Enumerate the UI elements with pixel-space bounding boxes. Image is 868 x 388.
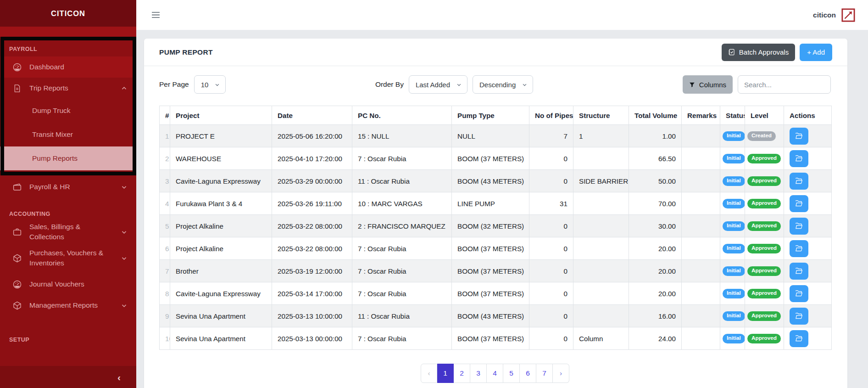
cell-status: Initial — [720, 282, 745, 305]
batch-approvals-button[interactable]: Batch Approvals — [722, 44, 795, 61]
sidebar-item-payroll-hr[interactable]: Payroll & HR — [0, 176, 136, 197]
open-report-button[interactable] — [790, 150, 808, 167]
folder-open-icon — [795, 290, 803, 297]
pagination-page-2[interactable]: 2 — [454, 364, 470, 383]
open-report-button[interactable] — [790, 285, 808, 302]
sidebar-item-dump-truck[interactable]: Dump Truck — [0, 99, 136, 123]
sidebar-item-transit-mixer[interactable]: Transit Mixer — [0, 123, 136, 146]
cell-level: Approved — [745, 170, 784, 192]
level-badge: Approved — [747, 154, 781, 163]
cell-status: Initial — [720, 237, 745, 260]
sidebar-item-label: Journal Vouchers — [29, 279, 84, 289]
columns-label: Columns — [699, 81, 726, 89]
cell-remarks — [682, 170, 720, 192]
open-report-button[interactable] — [790, 128, 808, 145]
cell-date: 2025-03-22 08:00:00 — [272, 237, 352, 260]
cell-date: 2025-03-13 10:00:00 — [272, 305, 352, 327]
pagination-page-3[interactable]: 3 — [470, 364, 487, 383]
pagination-page-1[interactable]: 1 — [437, 364, 454, 383]
cell-project: Furukawa Plant 3 & 4 — [170, 192, 272, 215]
pagination-page-6[interactable]: 6 — [520, 364, 536, 383]
sidebar-item-sales[interactable]: Sales, Billings & Collections — [0, 221, 136, 242]
level-badge: Approved — [747, 311, 781, 321]
open-report-button[interactable] — [790, 218, 808, 235]
sidebar-subitem-label: Dump Truck — [32, 107, 71, 115]
sidebar-item-pump-reports[interactable]: Pump Reports — [0, 146, 136, 170]
cell-actions — [784, 237, 832, 260]
cell-actions — [784, 327, 832, 350]
pump-report-card: PUMP REPORT Batch Approvals + Add — [144, 39, 847, 388]
order-by-select[interactable]: Last Added — [409, 75, 467, 94]
open-report-button[interactable] — [790, 308, 808, 325]
open-report-button[interactable] — [790, 263, 808, 280]
briefcase-icon — [12, 227, 22, 237]
status-badge: Initial — [723, 131, 745, 141]
header-actions: Batch Approvals + Add — [722, 44, 832, 61]
cell-no-of-pipes: 0 — [529, 147, 573, 170]
per-page-select[interactable]: 10 — [194, 75, 226, 94]
sidebar-footer: ‹ — [0, 366, 136, 388]
cell-no-of-pipes: 0 — [529, 215, 573, 237]
collapse-sidebar-icon[interactable]: ‹ — [117, 372, 121, 382]
sidebar-item-journal-vouchers[interactable]: Journal Vouchers — [0, 274, 136, 295]
search-input[interactable] — [738, 75, 831, 94]
cell-num: 8 — [160, 282, 170, 305]
app-root: CITICON PAYROLL Dashboard Trip Reports D… — [0, 0, 868, 388]
open-report-button[interactable] — [790, 240, 808, 257]
table-row: 9Sevina Una Apartment2025-03-13 10:00:00… — [160, 305, 832, 327]
order-by-value: Last Added — [416, 81, 450, 89]
sidebar-item-management-reports[interactable]: Management Reports — [0, 295, 136, 316]
sidebar-item-dashboard[interactable]: Dashboard — [0, 56, 136, 78]
table-row: 7Brother2025-03-19 12:00:007 : Oscar Rub… — [160, 260, 832, 282]
open-report-button[interactable] — [790, 173, 808, 190]
cell-num: 5 — [160, 215, 170, 237]
brand-logo-icon[interactable] — [841, 8, 855, 22]
column-header-structure: Structure — [573, 106, 629, 125]
sidebar-item-purchases[interactable]: Purchases, Vouchers & Inventories — [0, 242, 136, 274]
table-row: 6Project Alkaline2025-03-22 08:00:007 : … — [160, 237, 832, 260]
sidebar: CITICON PAYROLL Dashboard Trip Reports D… — [0, 0, 136, 388]
journal-check-icon — [728, 49, 735, 56]
sidebar-subitem-label: Transit Mixer — [32, 130, 73, 139]
pagination-page-7[interactable]: 7 — [536, 364, 553, 383]
add-button[interactable]: + Add — [800, 44, 832, 61]
cell-structure — [573, 192, 629, 215]
level-badge: Approved — [747, 289, 781, 298]
main-area: citicon PUMP REPORT Batch Approvals — [136, 0, 868, 388]
status-badge: Initial — [723, 221, 745, 231]
wallet-icon — [12, 182, 22, 192]
cell-total-volume: 20.00 — [629, 260, 682, 282]
cell-pc-no: 2 : FRANCISCO MARQUEZ — [352, 215, 452, 237]
sidebar-item-trip-reports[interactable]: Trip Reports — [0, 78, 136, 99]
pagination-page-5[interactable]: 5 — [503, 364, 520, 383]
menu-icon[interactable] — [151, 11, 160, 18]
cell-level: Approved — [745, 215, 784, 237]
sidebar-item-label: Sales, Billings & Collections — [29, 222, 114, 242]
section-label-payroll: PAYROLL — [0, 39, 136, 56]
folder-open-icon — [795, 178, 803, 184]
order-by-label: Order By — [375, 80, 404, 89]
table-row: 4Furukawa Plant 3 & 42025-03-26 19:11:00… — [160, 192, 832, 215]
topbar-right: citicon — [813, 8, 855, 22]
sidebar-item-label: Payroll & HR — [29, 182, 70, 192]
user-name[interactable]: citicon — [813, 11, 836, 19]
cell-project: Cavite-Laguna Expressway — [170, 282, 272, 305]
brand-text: CITICON — [51, 9, 85, 18]
open-report-button[interactable] — [790, 330, 808, 347]
pagination-page-4[interactable]: 4 — [487, 364, 503, 383]
pagination: ‹ 1 2 3 4 5 6 7 › — [159, 364, 831, 383]
cell-pump-type: BOOM (37 METERS) — [452, 260, 529, 282]
cell-date: 2025-03-14 17:00:00 — [272, 282, 352, 305]
level-badge: Approved — [747, 199, 781, 208]
status-badge: Initial — [723, 289, 745, 298]
cell-status: Initial — [720, 170, 745, 192]
cell-total-volume: 50.00 — [629, 170, 682, 192]
open-report-button[interactable] — [790, 195, 808, 212]
cell-pc-no: 7 : Oscar Rubia — [352, 237, 452, 260]
columns-button[interactable]: Columns — [683, 75, 733, 94]
cell-pump-type: BOOM (37 METERS) — [452, 237, 529, 260]
pagination-prev[interactable]: ‹ — [421, 364, 437, 383]
pagination-next[interactable]: › — [553, 364, 569, 383]
order-direction-select[interactable]: Descending — [473, 75, 533, 94]
cell-total-volume: 24.00 — [629, 327, 682, 350]
